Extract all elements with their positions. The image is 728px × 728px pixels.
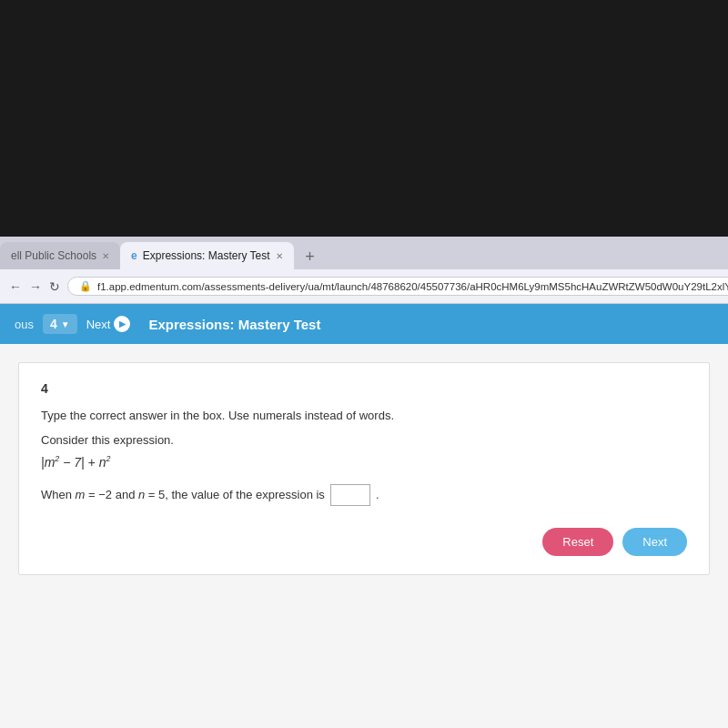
question-fill-in-blank: When m = −2 and n = 5, the value of the … [41,484,687,506]
chevron-down-icon: ▼ [61,319,70,329]
button-row: Reset Next [41,528,687,556]
question-number-badge[interactable]: 4 ▼ [43,314,77,334]
url-bar[interactable]: 🔒 f1.app.edmentum.com/assessments-delive… [67,277,728,296]
next-label-toolbar: Next [86,318,111,331]
question-card: 4 Type the correct answer in the box. Us… [18,362,710,575]
browser-content: ous 4 ▼ Next ▶ Expressions: Mastery Test… [0,304,728,728]
lock-icon: 🔒 [79,280,92,292]
reload-button[interactable]: ↻ [49,277,60,297]
question-number: 4 [41,381,687,396]
browser-window: ell Public Schools ✕ e Expressions: Mast… [0,237,728,728]
desktop-background [0,0,728,237]
address-bar: ← → ↻ 🔒 f1.app.edmentum.com/assessments-… [0,269,728,304]
app-toolbar: ous 4 ▼ Next ▶ Expressions: Mastery Test [0,304,728,344]
question-number-display: 4 [50,317,57,331]
next-button[interactable]: Next [622,528,687,556]
fill-text-after: . [376,488,379,501]
next-circle-icon: ▶ [114,316,130,332]
reset-button[interactable]: Reset [542,528,613,556]
question-instruction: Type the correct answer in the box. Use … [41,409,687,422]
previous-label[interactable]: ous [15,318,34,331]
test-title: Expressions: Mastery Test [148,317,320,332]
forward-button[interactable]: → [29,277,42,297]
tab-expressions[interactable]: e Expressions: Mastery Test ✕ [120,242,294,269]
answer-input[interactable] [330,484,370,506]
back-button[interactable]: ← [9,277,22,297]
tab-label-expressions: Expressions: Mastery Test [143,249,270,262]
math-expression: |m2 − 7| + n2 [41,454,687,470]
tab-bar: ell Public Schools ✕ e Expressions: Mast… [0,237,728,269]
next-button-toolbar[interactable]: Next ▶ [86,316,131,332]
fill-text-before: When m = −2 and n = 5, the value of the … [41,488,325,501]
question-prompt: Consider this expression. [41,433,687,447]
tab-public-schools[interactable]: ell Public Schools ✕ [0,242,120,269]
tab-close-expressions[interactable]: ✕ [276,251,283,261]
new-tab-button[interactable]: + [298,244,323,269]
tab-label: ell Public Schools [11,249,96,262]
tab-close-public-schools[interactable]: ✕ [102,251,109,261]
url-text: f1.app.edmentum.com/assessments-delivery… [97,281,728,292]
tab-favicon-expressions: e [131,249,137,262]
